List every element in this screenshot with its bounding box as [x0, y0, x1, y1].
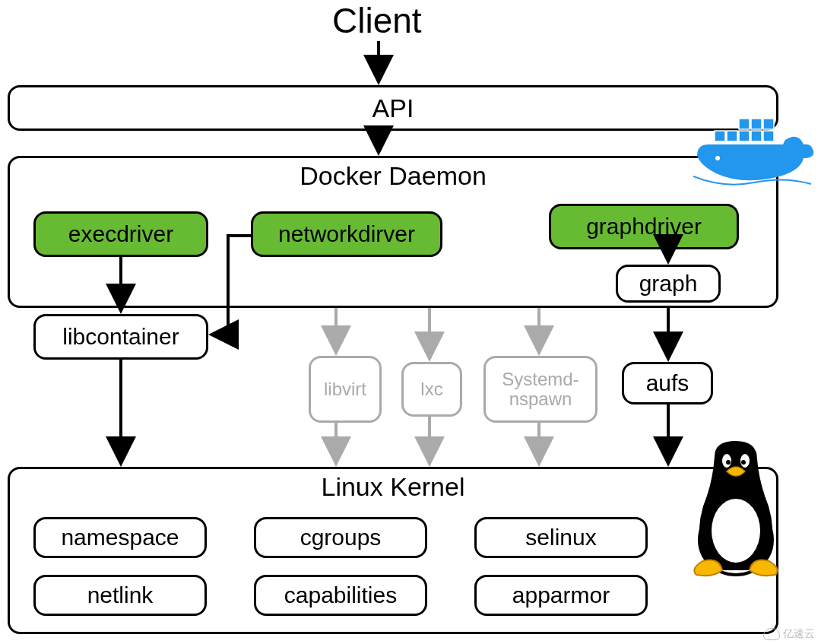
- systemd-nspawn-box: Systemd-nspawn: [483, 356, 598, 423]
- client-label: Client: [332, 0, 422, 41]
- aufs-box: aufs: [622, 362, 713, 404]
- svg-point-27: [741, 460, 746, 465]
- svg-rect-20: [763, 119, 774, 129]
- daemon-title: Docker Daemon: [300, 161, 487, 191]
- graphdriver-box: graphdriver: [549, 204, 739, 249]
- watermark-text: 亿速云: [783, 627, 815, 641]
- libcontainer-box: libcontainer: [33, 314, 208, 360]
- netlink-box: netlink: [33, 575, 207, 616]
- svg-rect-15: [739, 131, 750, 141]
- execdriver-box: execdriver: [33, 211, 208, 257]
- apparmor-box: apparmor: [474, 575, 648, 616]
- tux-penguin-icon: [683, 441, 789, 578]
- svg-rect-16: [751, 131, 762, 141]
- svg-rect-19: [751, 119, 762, 129]
- watermark-cloud-icon: [763, 628, 780, 640]
- svg-rect-18: [739, 119, 750, 129]
- svg-rect-14: [727, 131, 737, 141]
- capabilities-box: capabilities: [254, 575, 427, 616]
- libvirt-box: libvirt: [309, 356, 382, 423]
- libvirt-label: libvirt: [319, 379, 371, 399]
- svg-rect-13: [715, 131, 725, 141]
- cgroups-box: cgroups: [254, 517, 427, 558]
- graph-box: graph: [616, 265, 721, 303]
- svg-point-21: [715, 156, 720, 160]
- namespace-box: namespace: [33, 517, 207, 558]
- lxc-box: lxc: [401, 362, 462, 417]
- selinux-box: selinux: [474, 517, 648, 558]
- watermark: 亿速云: [763, 627, 815, 641]
- networkdriver-box: networkdirver: [251, 211, 442, 257]
- docker-whale-icon: [693, 114, 815, 198]
- svg-point-26: [726, 460, 731, 465]
- api-box: API: [8, 85, 778, 131]
- svg-rect-17: [763, 131, 774, 141]
- svg-point-23: [712, 499, 760, 563]
- kernel-title: Linux Kernel: [321, 472, 464, 502]
